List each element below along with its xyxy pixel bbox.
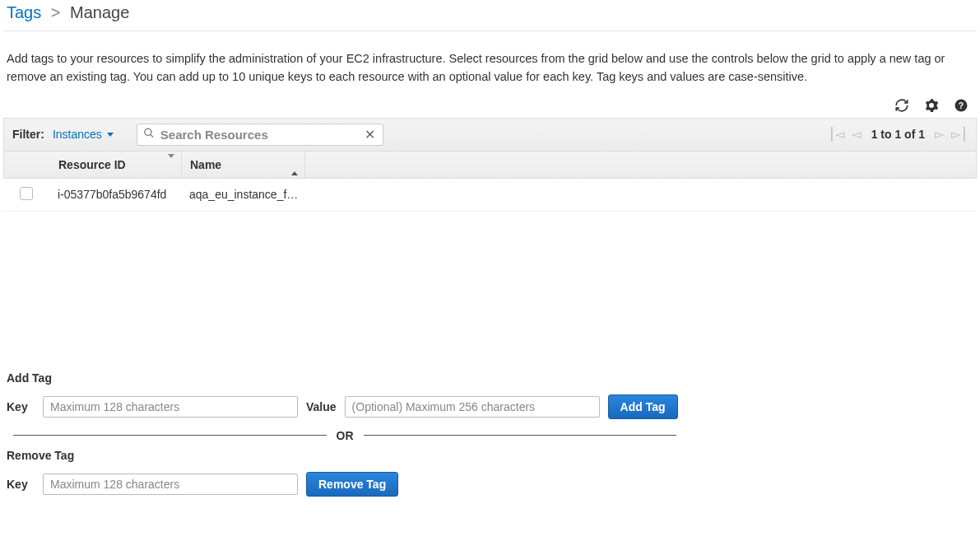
add-key-label: Key (7, 400, 35, 413)
toolbar: ? (3, 93, 977, 118)
page-description: Add tags to your resources to simplify t… (3, 31, 977, 93)
pager-prev-icon[interactable]: ◅ (852, 127, 862, 142)
remove-tag-title: Remove Tag (3, 446, 977, 465)
table-row[interactable]: i-05377b0fa5b9674fd aqa_eu_instance_f… (3, 179, 977, 212)
remove-key-label: Key (7, 478, 35, 491)
divider-line-left (13, 435, 327, 436)
gear-icon[interactable] (924, 98, 939, 113)
cell-name: aqa_eu_instance_f… (181, 186, 304, 203)
pager-next-icon[interactable]: ▻ (935, 127, 945, 142)
pager-text: 1 to 1 of 1 (871, 128, 925, 141)
search-wrap: ✕ (137, 124, 383, 146)
column-checkbox (4, 152, 50, 178)
pager-last-icon[interactable]: ▻⎮ (951, 127, 968, 142)
column-name-label: Name (190, 158, 221, 171)
help-icon[interactable]: ? (954, 98, 968, 113)
add-value-input[interactable] (345, 396, 600, 418)
svg-text:?: ? (959, 100, 964, 110)
remove-tag-button[interactable]: Remove Tag (306, 472, 398, 497)
or-divider: OR (3, 426, 686, 446)
breadcrumb-current: Manage (70, 3, 129, 21)
filter-type-dropdown[interactable]: Instances (53, 128, 114, 141)
add-tag-row: Key Value Add Tag (3, 388, 977, 426)
breadcrumb: Tags > Manage (3, 0, 977, 31)
pager-first-icon[interactable]: ⎮◅ (829, 127, 845, 142)
refresh-icon[interactable] (894, 98, 909, 113)
table-header: Resource ID Name (3, 152, 977, 179)
or-text: OR (337, 429, 354, 442)
pager: ⎮◅ ◅ 1 to 1 of 1 ▻ ▻⎮ (829, 127, 968, 142)
add-tag-title: Add Tag (3, 368, 977, 388)
divider-line-right (364, 435, 677, 436)
column-resource-id-label: Resource ID (58, 158, 126, 171)
column-name[interactable]: Name (182, 152, 305, 178)
filter-label: Filter: (12, 128, 44, 141)
remove-tag-row: Key Remove Tag (3, 465, 977, 503)
clear-search-icon[interactable]: ✕ (361, 127, 379, 142)
sort-asc-icon (291, 158, 298, 171)
breadcrumb-separator: > (51, 3, 61, 21)
sort-indicator-icon (168, 158, 174, 171)
breadcrumb-tags-link[interactable]: Tags (7, 3, 41, 21)
add-value-label: Value (306, 400, 337, 413)
filter-bar: Filter: Instances ✕ ⎮◅ ◅ 1 to 1 of 1 ▻ ▻… (3, 118, 977, 152)
remove-key-input[interactable] (43, 474, 298, 495)
row-checkbox[interactable] (20, 187, 33, 200)
add-tag-button[interactable]: Add Tag (608, 394, 678, 419)
filter-type-text: Instances (53, 128, 102, 141)
chevron-down-icon (107, 133, 114, 137)
cell-resource-id: i-05377b0fa5b9674fd (49, 186, 181, 203)
column-resource-id[interactable]: Resource ID (50, 152, 182, 178)
add-key-input[interactable] (43, 396, 298, 418)
search-input[interactable] (137, 124, 383, 146)
